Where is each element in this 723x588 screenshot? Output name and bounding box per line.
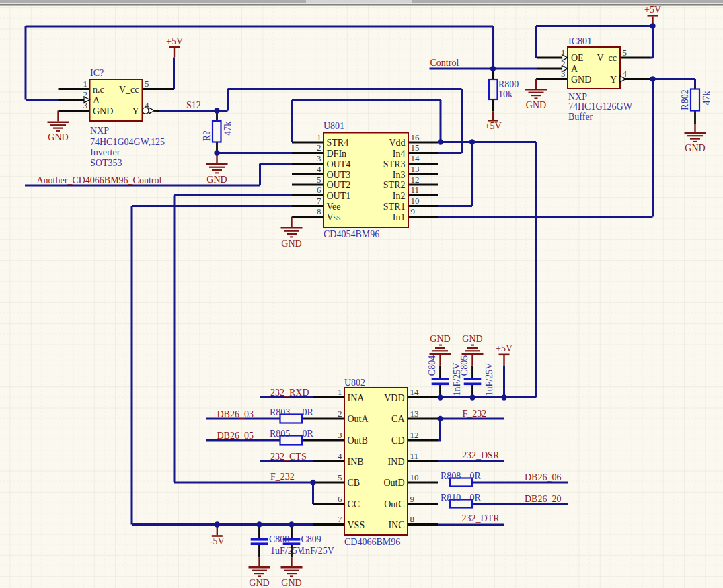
svg-text:IND: IND <box>388 457 405 467</box>
svg-text:12: 12 <box>410 430 419 440</box>
svg-text:15: 15 <box>411 142 420 153</box>
svg-text:10: 10 <box>410 472 419 482</box>
svg-text:+5V: +5V <box>496 343 512 353</box>
svg-text:5: 5 <box>623 48 627 58</box>
svg-text:2: 2 <box>561 58 566 69</box>
svg-text:GND: GND <box>281 239 301 249</box>
svg-text:Another_CD4066BM96_Control: Another_CD4066BM96_Control <box>37 175 162 185</box>
svg-text:-5V: -5V <box>210 536 225 546</box>
svg-text:n.c: n.c <box>93 85 104 95</box>
svg-text:Inverter: Inverter <box>90 147 120 157</box>
svg-text:2: 2 <box>338 409 342 419</box>
svg-text:+5V: +5V <box>484 121 501 131</box>
svg-text:U802: U802 <box>344 378 365 388</box>
svg-text:NXP: NXP <box>90 126 109 136</box>
svg-text:9: 9 <box>411 206 416 216</box>
svg-text:In1: In1 <box>393 212 406 222</box>
svg-text:R800: R800 <box>498 79 519 89</box>
svg-text:232_DTR: 232_DTR <box>462 513 500 523</box>
svg-text:8: 8 <box>410 514 415 524</box>
svg-text:1uF/25V: 1uF/25V <box>484 363 494 396</box>
svg-text:4: 4 <box>623 69 627 79</box>
svg-text:CD4054BM96: CD4054BM96 <box>324 229 379 239</box>
svg-text:GND: GND <box>685 143 705 153</box>
svg-text:R810: R810 <box>441 493 461 503</box>
svg-text:DB26_20: DB26_20 <box>525 494 561 504</box>
svg-text:DB26_06: DB26_06 <box>525 472 561 482</box>
svg-text:2: 2 <box>317 142 321 153</box>
svg-text:GND: GND <box>206 175 227 185</box>
svg-text:OUT3: OUT3 <box>327 170 351 180</box>
svg-text:VDD: VDD <box>384 393 404 403</box>
svg-text:Y: Y <box>610 75 617 85</box>
svg-text:13: 13 <box>411 164 420 174</box>
svg-text:8: 8 <box>317 206 321 216</box>
svg-text:0R: 0R <box>303 429 314 439</box>
svg-text:47k: 47k <box>701 91 712 106</box>
svg-text:5: 5 <box>317 175 321 185</box>
svg-text:OUT2: OUT2 <box>327 180 351 190</box>
svg-text:In4: In4 <box>393 149 406 159</box>
svg-text:6: 6 <box>338 494 342 504</box>
svg-text:Vss: Vss <box>327 212 341 222</box>
svg-text:232_RXD: 232_RXD <box>270 388 309 398</box>
svg-text:VSS: VSS <box>348 520 365 530</box>
svg-text:OE: OE <box>571 53 584 63</box>
svg-text:4: 4 <box>338 451 342 461</box>
svg-text:C808: C808 <box>269 534 289 544</box>
svg-text:0R: 0R <box>470 493 482 503</box>
svg-text:GND: GND <box>462 334 482 344</box>
svg-text:11: 11 <box>410 451 419 461</box>
svg-text:STR4: STR4 <box>327 138 349 148</box>
svg-text:GND: GND <box>48 132 68 142</box>
svg-text:2: 2 <box>83 89 88 99</box>
svg-text:5: 5 <box>145 79 149 89</box>
svg-text:47k: 47k <box>223 122 233 136</box>
svg-text:F_232: F_232 <box>270 472 295 482</box>
svg-text:7: 7 <box>317 196 321 206</box>
svg-text:C805: C805 <box>459 355 469 376</box>
svg-text:R808: R808 <box>441 471 461 481</box>
svg-text:7: 7 <box>338 514 342 524</box>
svg-text:3: 3 <box>317 153 321 163</box>
svg-text:S12: S12 <box>186 100 201 110</box>
svg-text:1: 1 <box>338 387 342 397</box>
svg-text:OutC: OutC <box>384 499 404 509</box>
svg-text:STR3: STR3 <box>383 159 406 169</box>
svg-text:11: 11 <box>411 185 420 195</box>
svg-text:GND: GND <box>430 334 450 344</box>
svg-text:U801: U801 <box>324 121 344 131</box>
svg-text:OUT1: OUT1 <box>327 191 351 201</box>
svg-text:CC: CC <box>348 499 360 509</box>
svg-text:GND: GND <box>249 578 269 588</box>
svg-text:6: 6 <box>317 185 321 195</box>
svg-text:OutD: OutD <box>383 478 404 488</box>
svg-text:4: 4 <box>145 100 149 110</box>
svg-text:232_CTS: 232_CTS <box>270 452 307 462</box>
svg-text:DB26_05: DB26_05 <box>217 431 254 441</box>
svg-text:13: 13 <box>410 409 419 419</box>
svg-text:1uF/25V: 1uF/25V <box>270 546 304 556</box>
svg-text:F_232: F_232 <box>463 409 487 419</box>
svg-text:R802: R802 <box>680 89 690 110</box>
svg-text:OutA: OutA <box>348 414 369 424</box>
svg-text:SOT353: SOT353 <box>90 158 122 168</box>
svg-text:R805: R805 <box>270 429 290 439</box>
svg-text:R803: R803 <box>270 407 290 417</box>
svg-text:9: 9 <box>410 494 415 504</box>
svg-text:V_cc: V_cc <box>119 85 139 95</box>
svg-text:+5V: +5V <box>166 36 183 46</box>
svg-text:STR2: STR2 <box>383 180 406 190</box>
svg-text:A: A <box>571 64 578 74</box>
svg-text:74HC1G126GW: 74HC1G126GW <box>568 101 633 112</box>
svg-text:Vdd: Vdd <box>389 138 405 148</box>
svg-text:In3: In3 <box>393 170 406 180</box>
svg-text:INC: INC <box>388 520 404 530</box>
svg-text:DFIn: DFIn <box>327 149 347 159</box>
svg-text:OUT4: OUT4 <box>327 159 351 169</box>
svg-text:74HC1G04GW,125: 74HC1G04GW,125 <box>90 137 165 147</box>
svg-text:C809: C809 <box>301 534 321 544</box>
svg-text:IC?: IC? <box>90 68 104 78</box>
svg-text:R?: R? <box>202 131 213 142</box>
svg-text:GND: GND <box>281 578 301 588</box>
